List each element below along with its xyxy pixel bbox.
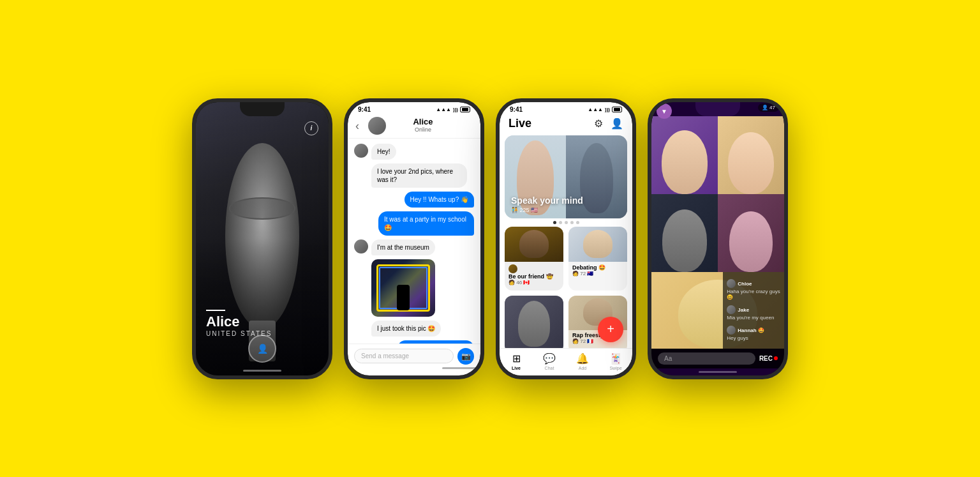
notch: [392, 102, 436, 116]
message-bubble: I love your 2nd pics, where was it?: [371, 163, 467, 188]
message-row: [354, 259, 474, 317]
phone-videochat: ▼ 👤 47: [648, 98, 788, 379]
message-bubble: Hey !! Whats up? 👋: [405, 192, 474, 208]
profile-icon[interactable]: 👤: [611, 117, 623, 130]
message-row: Hey !! Whats up? 👋: [354, 192, 474, 208]
home-indicator: [243, 370, 281, 372]
screen: 9:41 ▲▲▲ ))) Live ⚙ 👤: [500, 102, 632, 375]
video-cell-4: [718, 194, 784, 272]
msg-text: Mia you're my queen: [727, 315, 780, 321]
message-image: [371, 259, 435, 317]
featured-left: [505, 135, 566, 218]
tab-bar: ⊞ Live 💬 Chat 🔔 Add 🃏 Swipe: [500, 348, 632, 375]
chat-icon: 💬: [543, 352, 556, 365]
notch: [240, 102, 285, 116]
viewers-count: 47: [769, 105, 775, 110]
live-title: Live: [509, 117, 531, 130]
filter-icon[interactable]: ⚙: [594, 117, 603, 130]
live-card[interactable]: [505, 296, 563, 353]
chat-messages: Hey! I love your 2nd pics, where was it?…: [348, 139, 480, 344]
card-viewers: 🧑 46 🇨🇦: [509, 280, 560, 285]
rec-indicator: [774, 356, 778, 360]
home-indicator: [442, 367, 480, 369]
featured-viewers: 🧑‍🤝‍🧑 225 🇺🇸: [511, 207, 538, 213]
person-icon: 👤: [762, 105, 768, 110]
profile-action-button[interactable]: 👤: [248, 335, 276, 363]
tab-chat[interactable]: 💬 Chat: [533, 352, 566, 370]
message-row: Hey!: [354, 144, 474, 160]
rec-button[interactable]: REC: [759, 355, 778, 362]
video-input-bar: Aa REC: [651, 349, 784, 368]
back-button[interactable]: ‹: [355, 119, 359, 133]
msg-avatar: [354, 239, 368, 254]
add-icon: 🔔: [576, 352, 589, 365]
battery-icon: [460, 107, 470, 112]
featured-right: [566, 135, 627, 218]
swipe-icon: 🃏: [609, 352, 622, 365]
video-cell-3: [651, 194, 718, 272]
live-featured[interactable]: Speak your mind 🧑‍🤝‍🧑 225 🇺🇸: [505, 135, 627, 218]
add-friend-icon: 👤: [257, 344, 268, 354]
screen: i Alice UNITED STATES 👤: [196, 102, 329, 375]
chat-message: Jake Mia you're my queen: [727, 305, 780, 321]
chat-input-bar: Send a message 📷: [348, 344, 480, 368]
notch: [695, 102, 740, 116]
rec-label: REC: [759, 355, 773, 362]
pagination-dots: [505, 221, 627, 224]
msg-sender: Chloe: [738, 281, 752, 287]
signal-icon: ▲▲▲: [436, 107, 451, 112]
msg-sender: Jake: [738, 307, 749, 313]
camera-button[interactable]: 📷: [457, 348, 474, 365]
card-viewers: 🧑 72 🇦🇺: [572, 271, 623, 276]
live-card[interactable]: Debating 🤩 🧑 72 🇦🇺: [568, 227, 627, 291]
message-row: I'm at the museum: [354, 239, 474, 255]
dot: [565, 221, 568, 224]
tab-live[interactable]: ⊞ Live: [500, 352, 533, 370]
tab-label: Add: [579, 366, 586, 370]
notch: [544, 102, 588, 116]
chat-avatar: [368, 117, 386, 135]
chat-message: Hannah 🤩 Hey guys: [727, 326, 780, 341]
info-icon[interactable]: i: [304, 121, 318, 135]
tab-label: Swipe: [609, 366, 621, 370]
chat-header: ‹ Alice Online: [348, 114, 480, 139]
message-row: It was at a party in my school 🤩: [354, 211, 474, 236]
input-placeholder: Aa: [664, 355, 672, 362]
featured-title: Speak your mind: [511, 195, 583, 206]
dot: [570, 221, 574, 224]
battery-icon: [612, 107, 622, 112]
live-icon: ⊞: [512, 352, 521, 365]
msg-text: Hey guys: [727, 335, 780, 341]
message-row: I love your 2nd pics, where was it?: [354, 163, 474, 188]
card-title: Debating 🤩: [572, 264, 623, 271]
msg-sender: Hannah 🤩: [738, 328, 764, 333]
dot: [553, 221, 556, 224]
home-indicator: [699, 371, 737, 373]
time: 9:41: [510, 106, 523, 113]
video-message-input[interactable]: Aa: [658, 352, 755, 365]
live-header: Live ⚙ 👤: [500, 114, 632, 135]
dot: [576, 221, 579, 224]
message-input[interactable]: Send a message: [354, 349, 454, 363]
message-bubble: It was at a party in my school 🤩: [378, 211, 474, 236]
msg-text: Haha you're crazy guys 😆: [727, 289, 780, 300]
status-icons: ▲▲▲ ))): [588, 107, 622, 112]
message-bubble: I'm at the museum: [371, 239, 435, 255]
chat-message: Chloe Haha you're crazy guys 😆: [727, 279, 780, 300]
phone-chat: 9:41 ▲▲▲ ))) ‹ Alice Online: [344, 98, 484, 379]
message-bubble: Hey!: [371, 144, 396, 160]
screen: ▼ 👤 47: [651, 102, 784, 375]
live-card[interactable]: Be our friend 🤠 🧑 46 🇨🇦: [505, 227, 563, 291]
phones-container: i Alice UNITED STATES 👤 9:41 ▲▲▲ ): [192, 98, 788, 379]
tab-label: Live: [512, 366, 521, 370]
tab-add[interactable]: 🔔 Add: [566, 352, 599, 370]
phone-live: 9:41 ▲▲▲ ))) Live ⚙ 👤: [496, 98, 636, 379]
tab-label: Chat: [545, 366, 554, 370]
camera-icon: 📷: [461, 352, 471, 361]
dot: [559, 221, 562, 224]
underline: [206, 310, 225, 311]
tab-swipe[interactable]: 🃏 Swipe: [599, 352, 632, 370]
message-row: I just took this pic 🤩: [354, 321, 474, 337]
add-button[interactable]: +: [598, 317, 623, 342]
viewers-badge: 👤 47: [758, 103, 779, 112]
